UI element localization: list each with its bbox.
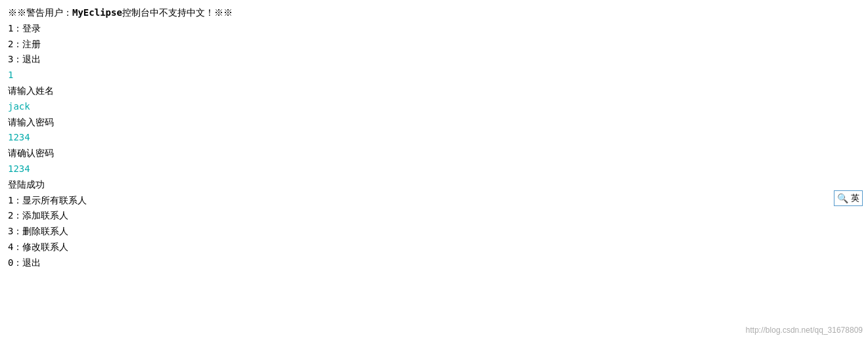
submenu-item-3: 3：删除联系人 bbox=[8, 224, 860, 240]
prompt-name: 请输入姓名 bbox=[8, 83, 860, 99]
menu-item-3: 3：退出 bbox=[8, 52, 860, 68]
submenu-item-1: 1：显示所有联系人 bbox=[8, 193, 860, 209]
warning-line: ※※警告用户：MyEclipse控制台中不支持中文！※※ bbox=[8, 5, 860, 21]
warning-prefix: ※※警告用户： bbox=[8, 7, 72, 18]
console-output: ※※警告用户：MyEclipse控制台中不支持中文！※※ 1：登录 2：注册 3… bbox=[0, 0, 868, 276]
watermark-url: http://blog.csdn.net/qq_31678809 bbox=[746, 326, 863, 335]
myeclipse-text: MyEclipse bbox=[72, 7, 122, 18]
search-icon: 🔍 bbox=[837, 193, 848, 203]
prompt-password: 请输入密码 bbox=[8, 115, 860, 131]
submenu-item-0: 0：退出 bbox=[8, 255, 860, 271]
choice-number: 1 bbox=[8, 68, 860, 83]
input-name-value: jack bbox=[8, 99, 860, 115]
menu-item-1: 1：登录 bbox=[8, 21, 860, 37]
prompt-confirm: 请确认密码 bbox=[8, 146, 860, 161]
warning-suffix: 控制台中不支持中文！※※ bbox=[122, 7, 233, 18]
success-message: 登陆成功 bbox=[8, 177, 860, 193]
menu-item-2: 2：注册 bbox=[8, 37, 860, 53]
submenu-item-2: 2：添加联系人 bbox=[8, 208, 860, 224]
submenu-item-4: 4：修改联系人 bbox=[8, 240, 860, 255]
input-confirm-value: 1234 bbox=[8, 161, 860, 177]
search-lang-widget[interactable]: 🔍 英 bbox=[834, 190, 863, 206]
input-password-value: 1234 bbox=[8, 130, 860, 146]
lang-label: 英 bbox=[851, 192, 859, 204]
